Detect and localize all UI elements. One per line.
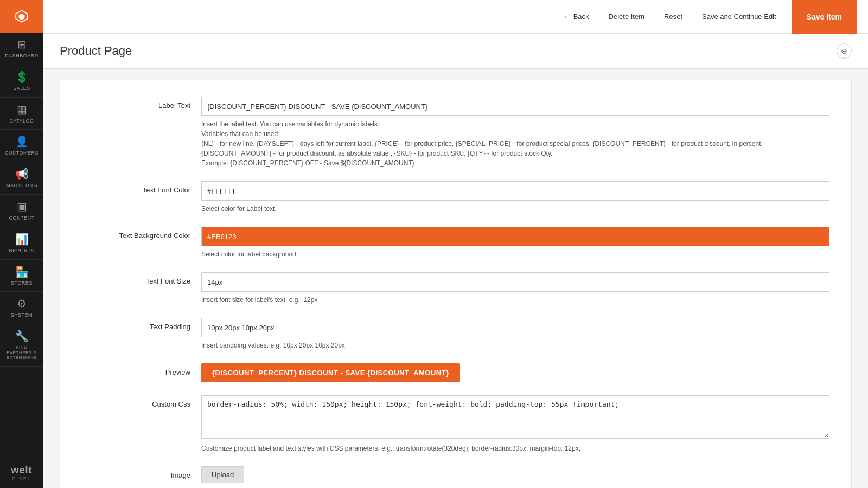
delete-button[interactable]: Delete Item [599,0,654,34]
sidebar-item-marketing[interactable]: 📢 MARKETING [0,162,43,195]
padding-row: Text Padding Insert pandding values. e.g… [82,318,829,350]
custom-css-hint: Customize product label and text styles … [201,444,829,453]
label-text-input[interactable] [201,97,829,116]
padding-hint: Insert pandding values. e.g. 10px 20px 1… [201,341,829,350]
preview-label: Preview [82,363,201,376]
upload-button[interactable]: Upload [201,466,244,483]
bg-color-row: Text Background Color Select color for l… [82,227,829,259]
main-area: ← Back Delete Item Reset Save and Contin… [43,0,868,488]
image-control: Upload [201,466,829,483]
reports-icon: 📊 [15,233,29,246]
system-icon: ⚙ [17,297,27,310]
collapse-button[interactable]: ⊖ [837,43,852,59]
font-color-control: Select color for Label text. [201,181,829,214]
padding-control: Insert pandding values. e.g. 10px 20px 1… [201,318,829,350]
font-size-row: Text Font Size Insert font size for labe… [82,272,829,305]
reset-button[interactable]: Reset [654,0,692,34]
custom-css-row: Custom Css border-radius: 50%; width: 15… [82,395,829,453]
form-section: Label Text Insert the label text. You ca… [60,80,852,488]
page-title: Product Page [60,44,132,58]
font-size-input[interactable] [201,272,829,292]
font-size-label: Text Font Size [82,272,201,285]
page-header: Product Page ⊖ [43,34,868,69]
content-area: Product Page ⊖ Label Text Insert the lab… [43,34,868,488]
sales-icon: 💲 [15,70,29,84]
brand-name: welt [11,465,32,476]
back-arrow-icon: ← [563,12,570,21]
padding-label: Text Padding [82,318,201,331]
sidebar-item-label: MARKETING [6,183,37,189]
bg-color-hint: Select color for label background. [201,249,829,259]
label-text-hint: Insert the label text. You can use varia… [201,119,829,168]
chevron-up-icon: ⊖ [841,47,847,55]
font-color-input[interactable] [201,181,829,201]
partners-icon: 🔧 [15,330,29,343]
sidebar-item-reports[interactable]: 📊 REPORTS [0,227,43,260]
back-button[interactable]: ← Back [553,0,599,34]
save-continue-button[interactable]: Save and Continue Edit [692,0,786,34]
label-text-control: Insert the label text. You can use varia… [201,97,829,168]
sidebar-item-label: SALES [13,86,30,92]
dashboard-icon: ⊞ [17,38,27,51]
sidebar-item-label: CONTENT [9,215,35,221]
sidebar-brand: welt PIXEL [8,458,35,488]
font-color-row: Text Font Color Select color for Label t… [82,181,829,214]
sidebar-item-label: CUSTOMERS [5,150,39,156]
sidebar-item-label: STORES [11,280,33,286]
custom-css-control: border-radius: 50%; width: 150px; height… [201,395,829,453]
preview-row: Preview {DISCOUNT_PERCENT} DISCOUNT - SA… [82,363,829,382]
sidebar-item-label: DASHBOARD [5,53,39,59]
label-text-label: Label Text [82,97,201,110]
brand-sub: PIXEL [11,476,32,481]
font-size-control: Insert font size for label's text. e.g.:… [201,272,829,305]
padding-input[interactable] [201,318,829,337]
sidebar-logo[interactable] [0,0,43,33]
bg-color-input[interactable] [201,227,829,246]
stores-icon: 🏪 [15,265,29,278]
sidebar-item-content[interactable]: ▣ CONTENT [0,195,43,227]
custom-css-label: Custom Css [82,395,201,408]
sidebar-item-catalog[interactable]: ▦ CATALOG [0,98,43,130]
sidebar: ⊞ DASHBOARD 💲 SALES ▦ CATALOG 👤 CUSTOMER… [0,0,43,488]
sidebar-item-dashboard[interactable]: ⊞ DASHBOARD [0,33,43,65]
catalog-icon: ▦ [17,103,27,116]
topbar: ← Back Delete Item Reset Save and Contin… [43,0,868,34]
sidebar-item-partners[interactable]: 🔧 FIND PARTNERS & EXTENSIONS [0,324,43,367]
save-item-button[interactable]: Save Item [792,0,857,34]
sidebar-item-system[interactable]: ⚙ SYSTEM [0,292,43,324]
sidebar-item-label: REPORTS [9,248,35,254]
font-size-hint: Insert font size for label's text. e.g.:… [201,295,829,305]
font-color-hint: Select color for Label text. [201,204,829,214]
sidebar-item-label: CATALOG [9,118,34,124]
sidebar-item-stores[interactable]: 🏪 STORES [0,260,43,292]
marketing-icon: 📢 [15,168,29,181]
content-icon: ▣ [17,200,27,213]
sidebar-item-label: SYSTEM [11,312,33,318]
sidebar-item-label: FIND PARTNERS & EXTENSIONS [3,345,41,361]
image-row: Image Upload [82,466,829,483]
font-color-label: Text Font Color [82,181,201,194]
bg-color-control: Select color for label background. [201,227,829,259]
image-label: Image [82,466,201,479]
bg-color-label: Text Background Color [82,227,201,240]
preview-badge: {DISCOUNT_PERCENT} DISCOUNT - SAVE {DISC… [201,363,460,382]
customers-icon: 👤 [15,135,29,148]
sidebar-item-sales[interactable]: 💲 SALES [0,65,43,98]
preview-control: {DISCOUNT_PERCENT} DISCOUNT - SAVE {DISC… [201,363,829,382]
sidebar-item-customers[interactable]: 👤 CUSTOMERS [0,130,43,162]
custom-css-textarea[interactable]: border-radius: 50%; width: 150px; height… [201,395,829,439]
label-text-row: Label Text Insert the label text. You ca… [82,97,829,168]
